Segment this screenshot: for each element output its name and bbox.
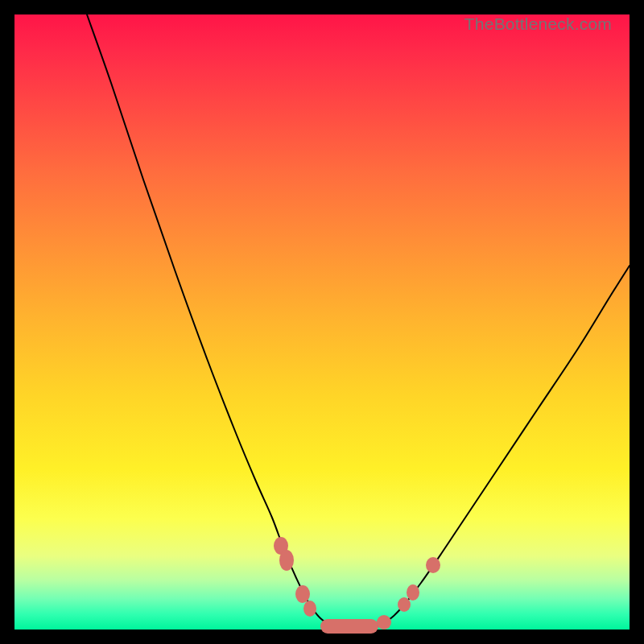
bead: [407, 584, 419, 601]
watermark-text: TheBottleneck.com: [464, 14, 612, 34]
bead: [295, 585, 310, 603]
chart-plot-area: TheBottleneck.com: [14, 14, 630, 630]
bead: [377, 615, 391, 630]
bead-pill: [320, 619, 378, 634]
bottleneck-chart-svg: [14, 14, 630, 630]
bead: [398, 597, 411, 612]
curve-beads-group: [274, 537, 440, 634]
bead: [303, 601, 316, 617]
bottleneck-curve: [87, 14, 630, 627]
chart-frame: TheBottleneck.com: [0, 0, 644, 644]
bead: [279, 550, 294, 571]
bead: [426, 557, 440, 573]
